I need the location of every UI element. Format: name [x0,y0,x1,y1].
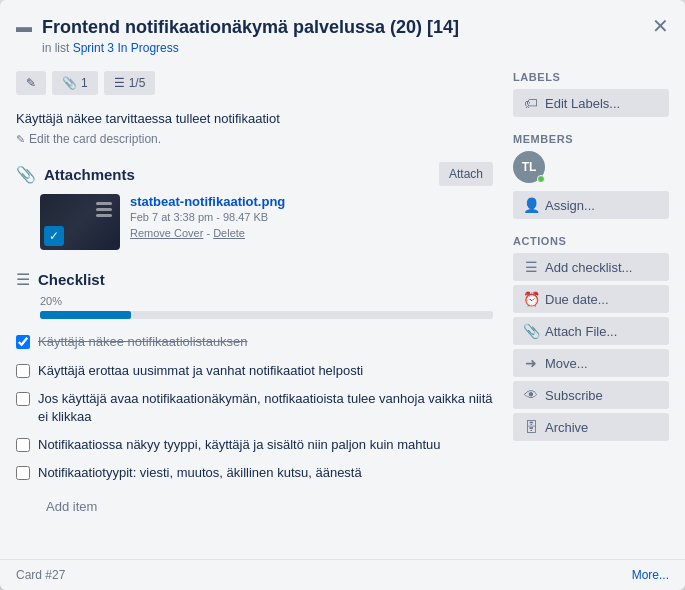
remove-cover-link[interactable]: Remove Cover [130,227,203,239]
attachment-thumbnail[interactable]: ✓ [40,194,120,250]
attach-button[interactable]: Attach [439,162,493,186]
move-icon: ➜ [523,355,539,371]
add-item-button[interactable]: Add item [38,495,105,518]
edit-link-text: Edit the card description. [29,132,161,146]
thumb-check: ✓ [44,226,64,246]
card-icon: ▬ [16,18,32,36]
checklist-section-icon: ☰ [16,270,30,289]
title-row: ▬ Frontend notifikaationäkymä palvelussa… [16,16,637,39]
due-date-label: Due date... [545,292,609,307]
subscribe-label: Subscribe [545,388,603,403]
checklist-checkbox-1[interactable] [16,364,30,378]
checklist-section: ☰ Checklist 20% Käyttäjä näkee notifikaa… [16,270,493,517]
paperclip-icon: 📎 [62,76,77,90]
actions-title: Actions [513,235,669,247]
checklist-text-3: Notifikaatiossa näkyy tyyppi, käyttäjä j… [38,436,441,454]
attachment-info: statbeat-notifikaatiot.png Feb 7 at 3:38… [130,194,493,239]
attach-file-label: Attach File... [545,324,617,339]
progress-percent: 20% [40,295,62,307]
sidebar: Labels 🏷 Edit Labels... Members TL 👤 [505,71,685,543]
card-modal: ▬ Frontend notifikaationäkymä palvelussa… [0,0,685,590]
actions-section: Actions ☰ Add checklist... ⏰ Due date...… [513,235,669,441]
edit-button[interactable]: ✎ [16,71,46,95]
archive-label: Archive [545,420,588,435]
add-checklist-button[interactable]: ☰ Add checklist... [513,253,669,281]
labels-title: Labels [513,71,669,83]
attachment-meta: Feb 7 at 3:38 pm - 98.47 KB [130,211,493,223]
checklist-checkbox-0[interactable] [16,335,30,349]
checklist-action-icon: ☰ [523,259,539,275]
edit-icon: ✎ [16,133,25,146]
clock-icon: ⏰ [523,291,539,307]
attachment-actions: Remove Cover - Delete [130,227,493,239]
attach-file-icon: 📎 [523,323,539,339]
modal-header: ▬ Frontend notifikaationäkymä palvelussa… [0,0,685,63]
subtitle-prefix: in list [42,41,69,55]
progress-bar-fill [40,311,131,319]
more-link[interactable]: More... [632,568,669,582]
members-title: Members [513,133,669,145]
card-subtitle: in list Sprint 3 In Progress [42,41,637,55]
description-text: Käyttäjä näkee tarvittaessa tulleet noti… [16,111,493,126]
checklist-progress-label: 20% [40,295,493,307]
attachments-header: 📎 Attachments Attach [16,162,493,186]
add-checklist-label: Add checklist... [545,260,632,275]
close-button[interactable]: ✕ [648,12,673,40]
eye-icon: 👁 [523,387,539,403]
thumb-background: ✓ [40,194,120,250]
edit-labels-label: Edit Labels... [545,96,620,111]
checklist-item-2: Jos käyttäjä avaa notifikaationäkymän, n… [16,388,493,428]
assign-label: Assign... [545,198,595,213]
members-row: TL [513,151,669,183]
move-button[interactable]: ➜ Move... [513,349,669,377]
checklist-progress: 1/5 [129,76,146,90]
assign-button[interactable]: 👤 Assign... [513,191,669,219]
checklist-checkbox-2[interactable] [16,392,30,406]
label-icon: 🏷 [523,95,539,111]
attach-file-button[interactable]: 📎 Attach File... [513,317,669,345]
archive-button[interactable]: 🗄 Archive [513,413,669,441]
modal-body: ✎ 📎 1 ☰ 1/5 Käyttäjä näkee tarvittaessa … [0,63,685,559]
sprint-link[interactable]: Sprint 3 In Progress [73,41,179,55]
members-section: Members TL 👤 Assign... [513,133,669,219]
checklist-button[interactable]: ☰ 1/5 [104,71,156,95]
labels-section: Labels 🏷 Edit Labels... [513,71,669,117]
attachments-title-row: 📎 Attachments [16,165,135,184]
member-avatar-wrapper: TL [513,151,545,183]
attachment-button[interactable]: 📎 1 [52,71,98,95]
checklist-title: Checklist [38,271,105,288]
checklist-text-1: Käyttäjä erottaa uusimmat ja vanhat noti… [38,362,363,380]
checklist-items: Käyttäjä näkee notifikaatiolistauksen Kä… [16,331,493,484]
attachment-count: 1 [81,76,88,90]
checklist-item-1: Käyttäjä erottaa uusimmat ja vanhat noti… [16,360,493,382]
modal-footer: Card #27 More... [0,559,685,590]
delete-link[interactable]: Delete [213,227,245,239]
attachment-name[interactable]: statbeat-notifikaatiot.png [130,194,285,209]
assign-icon: 👤 [523,197,539,213]
edit-labels-button[interactable]: 🏷 Edit Labels... [513,89,669,117]
checklist-checkbox-4[interactable] [16,466,30,480]
checklist-text-2: Jos käyttäjä avaa notifikaationäkymän, n… [38,390,493,426]
thumb-dot-3 [96,214,112,217]
attachment-section-icon: 📎 [16,165,36,184]
checklist-text-0: Käyttäjä näkee notifikaatiolistauksen [38,333,248,351]
thumb-dot-1 [96,202,112,205]
main-content: ✎ 📎 1 ☰ 1/5 Käyttäjä näkee tarvittaessa … [0,71,505,543]
attachment-item: ✓ statbeat-notifikaatiot.png Feb 7 at 3:… [40,194,493,250]
checklist-icon: ☰ [114,76,125,90]
edit-description-link[interactable]: ✎ Edit the card description. [16,132,493,146]
toolbar: ✎ 📎 1 ☰ 1/5 [16,71,493,95]
thumb-decoration [96,202,112,217]
attachments-title: Attachments [44,166,135,183]
checklist-header: ☰ Checklist [16,270,493,289]
card-reference: Card #27 [16,568,65,582]
card-title: Frontend notifikaationäkymä palvelussa (… [42,16,459,39]
due-date-button[interactable]: ⏰ Due date... [513,285,669,313]
checklist-checkbox-3[interactable] [16,438,30,452]
checklist-item-3: Notifikaatiossa näkyy tyyppi, käyttäjä j… [16,434,493,456]
member-online-dot [537,175,545,183]
pencil-icon: ✎ [26,76,36,90]
subscribe-button[interactable]: 👁 Subscribe [513,381,669,409]
description-section: Käyttäjä näkee tarvittaessa tulleet noti… [16,111,493,146]
checklist-item-0: Käyttäjä näkee notifikaatiolistauksen [16,331,493,353]
